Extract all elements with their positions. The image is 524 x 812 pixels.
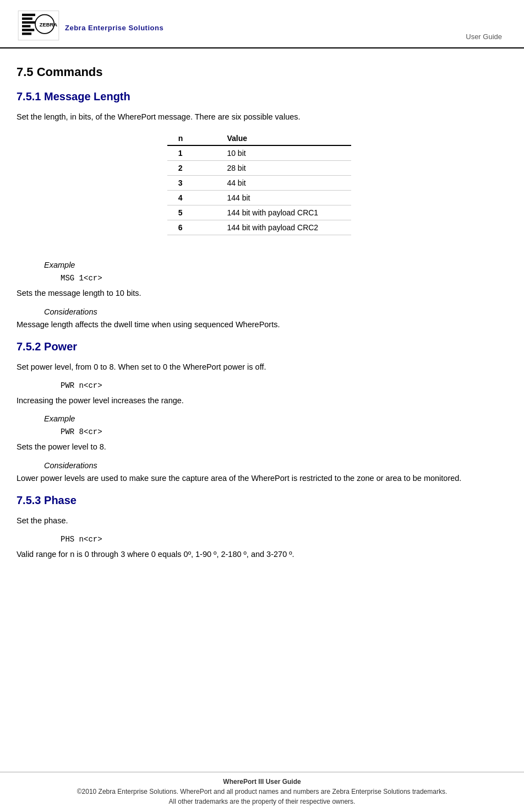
section-75-heading: 7.5 Commands bbox=[17, 65, 502, 79]
guide-label: User Guide bbox=[466, 33, 502, 43]
page-header: ZEBRA Zebra Enterprise Solutions User Gu… bbox=[0, 0, 524, 48]
message-length-table: n Value 110 bit228 bit344 bit4144 bit514… bbox=[167, 132, 351, 235]
svg-rect-4 bbox=[22, 25, 30, 27]
svg-rect-6 bbox=[22, 33, 31, 35]
zebra-logo-icon: ZEBRA bbox=[17, 10, 61, 43]
section-752-body: Increasing the power level increases the… bbox=[17, 394, 502, 407]
example-label-752: Example bbox=[44, 414, 502, 423]
table-col-n: n bbox=[167, 132, 216, 145]
svg-rect-3 bbox=[22, 21, 35, 24]
section-751-intro: Set the length, in bits, of the WherePor… bbox=[17, 111, 502, 123]
table-cell-n: 6 bbox=[167, 220, 216, 235]
example-code-751: MSG 1<cr> bbox=[61, 274, 502, 283]
table-cell-n: 5 bbox=[167, 205, 216, 220]
table-cell-value: 144 bit with payload CRC1 bbox=[216, 205, 351, 220]
table-row: 344 bit bbox=[167, 176, 351, 191]
table-row: 4144 bit bbox=[167, 191, 351, 205]
example-code-752: PWR 8<cr> bbox=[61, 427, 502, 436]
svg-text:ZEBRA: ZEBRA bbox=[40, 21, 58, 28]
considerations-text-751: Message length affects the dwell time wh… bbox=[17, 318, 502, 331]
section-752-intro: Set power level, from 0 to 8. When set t… bbox=[17, 361, 502, 373]
table-cell-n: 3 bbox=[167, 176, 216, 191]
table-row: 6144 bit with payload CRC2 bbox=[167, 220, 351, 235]
section-753-body: Valid range for n is 0 through 3 where 0… bbox=[17, 548, 502, 560]
logo-area: ZEBRA Zebra Enterprise Solutions bbox=[17, 10, 163, 43]
table-cell-value: 144 bit bbox=[216, 191, 351, 205]
table-cell-n: 4 bbox=[167, 191, 216, 205]
table-col-value: Value bbox=[216, 132, 351, 145]
table-cell-value: 10 bit bbox=[216, 145, 351, 161]
svg-rect-2 bbox=[22, 18, 32, 20]
page-wrapper: ZEBRA Zebra Enterprise Solutions User Gu… bbox=[0, 0, 524, 812]
company-name: Zebra Enterprise Solutions bbox=[65, 21, 163, 32]
footer-line1: ©2010 Zebra Enterprise Solutions. WhereP… bbox=[17, 787, 507, 797]
section-753-intro: Set the phase. bbox=[17, 515, 502, 527]
code-753: PHS n<cr> bbox=[61, 535, 502, 544]
section-753-heading: 7.5.3 Phase bbox=[17, 494, 502, 507]
page-footer: WherePort III User Guide ©2010 Zebra Ent… bbox=[0, 772, 524, 812]
code-752: PWR n<cr> bbox=[61, 381, 502, 390]
table-cell-value: 144 bit with payload CRC2 bbox=[216, 220, 351, 235]
section-752-heading: 7.5.2 Power bbox=[17, 340, 502, 353]
table-cell-n: 1 bbox=[167, 145, 216, 161]
table-cell-value: 28 bit bbox=[216, 161, 351, 176]
considerations-text-752: Lower power levels are used to make sure… bbox=[17, 472, 502, 484]
example-label-751: Example bbox=[44, 261, 502, 269]
section-751-heading: 7.5.1 Message Length bbox=[17, 90, 502, 103]
considerations-label-751: Considerations bbox=[44, 307, 502, 316]
footer-line2: All other trademarks are the property of… bbox=[17, 797, 507, 806]
example-result-752: Sets the power level to 8. bbox=[17, 441, 502, 453]
table-row: 228 bit bbox=[167, 161, 351, 176]
footer-title: WherePort III User Guide bbox=[17, 777, 507, 787]
svg-rect-5 bbox=[22, 29, 34, 31]
svg-rect-1 bbox=[22, 14, 35, 16]
considerations-label-752: Considerations bbox=[44, 461, 502, 470]
table-cell-value: 44 bit bbox=[216, 176, 351, 191]
main-content: 7.5 Commands 7.5.1 Message Length Set th… bbox=[0, 48, 524, 579]
example-result-751: Sets the message length to 10 bits. bbox=[17, 287, 502, 299]
table-row: 110 bit bbox=[167, 145, 351, 161]
table-row: 5144 bit with payload CRC1 bbox=[167, 205, 351, 220]
table-cell-n: 2 bbox=[167, 161, 216, 176]
